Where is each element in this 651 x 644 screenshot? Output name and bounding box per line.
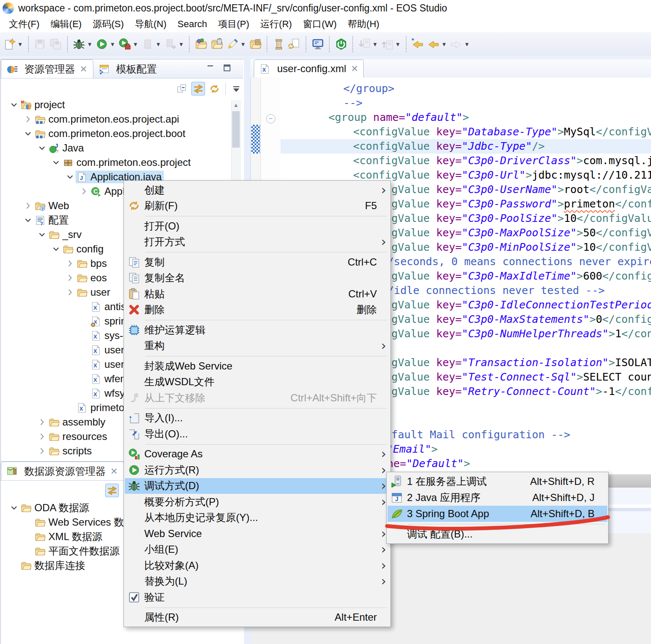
open-type-icon[interactable] <box>194 37 208 52</box>
menu-item-调试方式(D)[interactable]: 调试方式(D)› <box>125 478 390 494</box>
minimize-icon[interactable] <box>206 64 215 74</box>
run-config-icon[interactable] <box>118 37 132 52</box>
chevron-right-icon[interactable] <box>22 114 34 125</box>
dropdown-arrow-icon[interactable]: ▼ <box>133 41 138 48</box>
menu-item-比较对象(A)[interactable]: 比较对象(A)› <box>125 557 390 574</box>
dropdown-arrow-icon[interactable]: ▼ <box>240 41 246 48</box>
spool-icon[interactable] <box>271 37 286 52</box>
marker-pen-icon[interactable] <box>225 37 240 52</box>
menu-item-1 在服务器上调试[interactable]: 1 在服务器上调试Alt+Shift+D, R <box>387 473 607 490</box>
menu-运行(R)[interactable]: 运行(R) <box>255 17 297 32</box>
tree-item-com.primeton.eos.project[interactable]: com.primeton.eos.project <box>1 155 231 170</box>
menu-item-Coverage As[interactable]: Coverage As› <box>125 446 390 462</box>
tree-item-com.primeton.eos.project.api[interactable]: com.primeton.eos.project.api <box>1 112 231 126</box>
chevron-right-icon[interactable] <box>65 272 76 283</box>
collapse-all-icon[interactable] <box>176 82 188 95</box>
collapse-fold-icon[interactable]: − <box>266 114 275 123</box>
scrollbar-up-icon[interactable]: ▲ <box>233 102 239 109</box>
menu-item-调试 配置(B)...[interactable]: 调试 配置(B)... <box>387 526 607 542</box>
chevron-right-icon[interactable] <box>36 445 48 456</box>
chevron-down-icon[interactable] <box>65 171 76 182</box>
tree-item-project[interactable]: Mproject <box>1 98 231 112</box>
menu-item-打开方式[interactable]: 打开方式› <box>125 234 390 250</box>
chevron-down-icon[interactable] <box>22 215 34 226</box>
open-task-icon[interactable] <box>209 37 224 52</box>
tree-item-Java[interactable]: J?Java <box>1 141 231 155</box>
menu-帮助(H)[interactable]: 帮助(H) <box>342 17 385 32</box>
dropdown-arrow-icon[interactable]: ▼ <box>372 41 378 48</box>
menu-item-小组(E)[interactable]: 小组(E)› <box>125 542 390 558</box>
dropdown-arrow-icon[interactable]: ▼ <box>178 41 184 48</box>
dropdown-arrow-icon[interactable]: ▼ <box>156 41 161 48</box>
dropdown-arrow-icon[interactable]: ▼ <box>395 41 401 48</box>
menu-item-导出(O)...[interactable]: 导出(O)... <box>125 426 390 442</box>
tab-数据源资源管理器[interactable]: 数据源资源管理器✕ <box>1 462 124 480</box>
menu-item-从本地历史记录复原(Y)...[interactable]: 从本地历史记录复原(Y)... <box>125 510 390 526</box>
menu-item-封装成Web Service[interactable]: 封装成Web Service <box>125 358 390 374</box>
menu-item-Web Service[interactable]: Web Service› <box>125 526 390 542</box>
chevron-right-icon[interactable] <box>36 431 48 442</box>
chevron-down-icon[interactable] <box>36 229 48 240</box>
menu-item-概要分析方式(P)[interactable]: 概要分析方式(P)› <box>125 494 390 510</box>
chevron-right-icon[interactable] <box>79 186 90 197</box>
chevron-down-icon[interactable] <box>22 128 34 139</box>
menu-item-导入(I)...[interactable]: 导入(I)... <box>125 410 390 426</box>
menu-item-创建[interactable]: 创建› <box>125 182 390 198</box>
menu-item-2 Java 应用程序[interactable]: J2 Java 应用程序Alt+Shift+D, J <box>387 490 607 506</box>
menu-文件(F)[interactable]: 文件(F) <box>3 17 45 32</box>
close-tab-icon[interactable]: ✕ <box>80 64 87 74</box>
dropdown-arrow-icon[interactable]: ▼ <box>441 41 447 48</box>
menu-导航(N)[interactable]: 导航(N) <box>129 17 172 32</box>
chevron-down-icon[interactable] <box>8 99 20 110</box>
chevron-right-icon[interactable] <box>65 287 76 298</box>
menu-item-替换为(L)[interactable]: 替换为(L)› <box>125 574 390 590</box>
dropdown-arrow-icon[interactable]: ▼ <box>464 41 470 48</box>
view-menu-icon[interactable] <box>230 82 243 95</box>
menu-item-维护运算逻辑[interactable]: 维护运算逻辑 <box>125 322 390 338</box>
chevron-down-icon[interactable] <box>8 502 20 513</box>
chevron-down-icon[interactable] <box>51 244 62 255</box>
sync-file-icon[interactable] <box>287 37 302 52</box>
tab-模板配置[interactable]: 模板配置 <box>93 60 163 78</box>
debug-bug-icon[interactable] <box>72 37 87 52</box>
menu-Search[interactable]: Search <box>172 17 213 31</box>
menu-item-打开(O)[interactable]: 打开(O) <box>125 218 390 234</box>
tree-item-com.primeton.eos.project.boot[interactable]: com.primeton.eos.project.boot <box>1 126 231 141</box>
console-icon[interactable] <box>310 37 325 52</box>
menu-item-粘贴[interactable]: 粘贴Ctrl+V <box>125 286 390 302</box>
link-editor-icon[interactable] <box>191 82 205 95</box>
spring-boot-icon[interactable] <box>334 37 348 52</box>
collapse-all-icon[interactable] <box>90 484 103 497</box>
refresh-view-icon[interactable] <box>208 82 221 95</box>
menu-item-重构[interactable]: 重构› <box>125 338 390 354</box>
chevron-right-icon[interactable] <box>22 200 34 211</box>
menu-item-刷新(F)[interactable]: 刷新(F)F5 <box>125 198 390 214</box>
menu-item-复制全名[interactable]: 复制全名 <box>125 270 390 286</box>
menu-item-生成WSDL文件[interactable]: 生成WSDL文件 <box>125 374 390 390</box>
search-folder-icon[interactable] <box>248 37 263 52</box>
menu-item-复制[interactable]: 复制Ctrl+C <box>125 254 390 270</box>
dropdown-arrow-icon[interactable]: ▼ <box>17 41 23 48</box>
close-tab-icon[interactable]: ✕ <box>351 64 359 74</box>
editor-tab-user-config[interactable]: X user-config.xml ✕ <box>254 59 364 78</box>
menu-item-运行方式(R)[interactable]: 运行方式(R)› <box>125 462 390 478</box>
chevron-right-icon[interactable] <box>36 417 48 428</box>
menu-项目(P)[interactable]: 项目(P) <box>213 17 255 32</box>
chevron-down-icon[interactable] <box>51 157 62 168</box>
maximize-icon[interactable] <box>223 64 232 74</box>
dropdown-arrow-icon[interactable]: ▼ <box>110 41 115 48</box>
link-editor-icon[interactable] <box>105 484 119 497</box>
tab-资源管理器[interactable]: 资源管理器✕ <box>1 59 93 78</box>
menu-编辑(E)[interactable]: 编辑(E) <box>45 17 87 32</box>
menu-源码(S)[interactable]: 源码(S) <box>87 17 129 32</box>
chevron-down-icon[interactable] <box>36 143 48 154</box>
close-tab-icon[interactable]: ✕ <box>110 466 118 476</box>
menu-item-验证[interactable]: 验证 <box>125 589 390 605</box>
new-wizard-icon[interactable] <box>2 37 17 52</box>
menu-item-删除[interactable]: 删除删除 <box>125 302 390 318</box>
last-edit-location-icon[interactable]: * <box>410 37 425 52</box>
run-green-icon[interactable] <box>95 37 109 52</box>
chevron-right-icon[interactable] <box>65 258 76 269</box>
scrollbar-thumb[interactable] <box>232 111 240 148</box>
menu-item-3 Spring Boot App[interactable]: 3 Spring Boot AppAlt+Shift+D, B <box>387 506 607 522</box>
